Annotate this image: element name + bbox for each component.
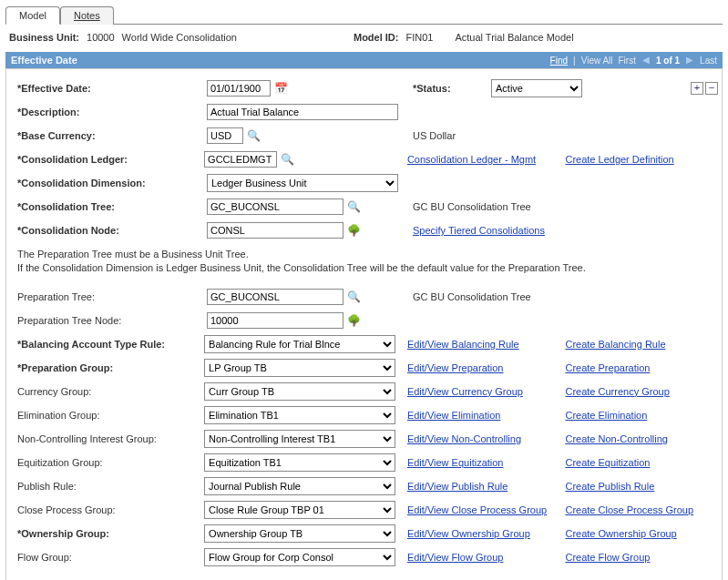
preparation-note: The Preparation Tree must be a Business … [10, 244, 718, 283]
description-label: *Description: [10, 107, 201, 117]
tab-model[interactable]: Model [5, 6, 60, 25]
consolidation-ledger-link[interactable]: Consolidation Ledger - Mgmt [407, 154, 536, 165]
currency-group-label: Currency Group: [10, 386, 199, 397]
last-label: Last [700, 56, 717, 66]
lookup-icon[interactable]: 🔍 [347, 200, 361, 213]
delete-row-button[interactable]: − [705, 82, 718, 95]
publish-rule-label: Publish Rule: [10, 481, 199, 492]
equitization-group-select[interactable]: Equitization TB1 [204, 453, 395, 472]
create-publish-rule-link[interactable]: Create Publish Rule [565, 481, 654, 492]
edit-preparation-link[interactable]: Edit/View Preparation [407, 362, 504, 373]
base-currency-label: *Base Currency: [10, 130, 201, 141]
preparation-tree-input[interactable] [207, 289, 343, 305]
header: Business Unit: 10000 World Wide Consolid… [9, 32, 719, 43]
section-title: Effective Date [11, 55, 77, 66]
create-ownership-group-link[interactable]: Create Ownership Group [565, 528, 676, 539]
create-balancing-rule-link[interactable]: Create Balancing Rule [565, 339, 665, 350]
lookup-icon[interactable]: 🔍 [281, 153, 294, 166]
consolidation-node-input[interactable] [207, 222, 343, 239]
nci-group-select[interactable]: Non-Controlling Interest TB1 [204, 430, 395, 448]
elimination-group-select[interactable]: Elimination TB1 [204, 406, 395, 424]
preparation-tree-node-label: Preparation Tree Node: [10, 315, 201, 326]
business-unit-value: 10000 [87, 32, 115, 43]
status-label: *Status: [413, 83, 486, 94]
preparation-group-label: *Preparation Group: [10, 362, 199, 373]
tree-icon[interactable]: 🌳 [347, 224, 361, 237]
create-preparation-link[interactable]: Create Preparation [565, 362, 650, 373]
business-unit-label: Business Unit: [9, 32, 79, 43]
balancing-rule-label: *Balancing Account Type Rule: [10, 339, 199, 350]
edit-flow-group-link[interactable]: Edit/View Flow Group [407, 552, 504, 563]
effective-date-label: *Effective Date: [10, 83, 201, 94]
model-id-value: FIN01 [405, 32, 433, 43]
balancing-rule-select[interactable]: Balancing Rule for Trial Blnce [204, 335, 395, 353]
section-header: Effective Date Find | View All First ◀ 1… [5, 52, 723, 68]
base-currency-input[interactable] [207, 127, 243, 144]
consolidation-tree-desc: GC BU Consolidation Tree [413, 201, 568, 212]
preparation-tree-desc: GC BU Consolidation Tree [413, 291, 568, 302]
preparation-group-select[interactable]: LP Group TB [204, 359, 395, 377]
prev-icon[interactable]: ◀ [641, 56, 651, 65]
edit-nci-link[interactable]: Edit/View Non-Controlling [407, 433, 521, 444]
consolidation-node-label: *Consolidation Node: [10, 225, 201, 236]
equitization-group-label: Equitization Group: [10, 457, 199, 468]
consolidation-tree-input[interactable] [207, 198, 343, 215]
edit-ownership-group-link[interactable]: Edit/View Ownership Group [407, 528, 530, 539]
elimination-group-label: Elimination Group: [10, 410, 199, 421]
preparation-tree-label: Preparation Tree: [10, 291, 201, 302]
edit-close-process-link[interactable]: Edit/View Close Process Group [407, 504, 547, 515]
edit-publish-rule-link[interactable]: Edit/View Publish Rule [407, 481, 508, 492]
ownership-group-select[interactable]: Ownership Group TB [204, 524, 395, 543]
tab-notes[interactable]: Notes [60, 6, 114, 25]
effective-date-input[interactable] [207, 80, 271, 97]
tree-icon[interactable]: 🌳 [347, 314, 361, 327]
preparation-tree-node-input[interactable] [207, 312, 343, 329]
find-link[interactable]: Find [550, 56, 568, 66]
next-icon[interactable]: ▶ [685, 56, 694, 65]
consolidation-dimension-select[interactable]: Ledger Business Unit [207, 174, 398, 192]
close-process-group-select[interactable]: Close Rule Group TBP 01 [204, 501, 395, 519]
model-id-label: Model ID: [354, 32, 399, 43]
flow-group-select[interactable]: Flow Group for Corp Consol [204, 548, 395, 566]
create-flow-group-link[interactable]: Create Flow Group [565, 552, 650, 563]
consolidation-dimension-label: *Consolidation Dimension: [10, 178, 201, 188]
close-process-group-label: Close Process Group: [10, 504, 199, 515]
base-currency-desc: US Dollar [413, 130, 568, 141]
first-label: First [619, 56, 636, 66]
lookup-icon[interactable]: 🔍 [247, 129, 261, 142]
create-nci-link[interactable]: Create Non-Controlling [565, 433, 668, 444]
add-row-button[interactable]: + [691, 82, 703, 95]
edit-currency-group-link[interactable]: Edit/View Currency Group [407, 386, 523, 397]
edit-balancing-rule-link[interactable]: Edit/View Balancing Rule [407, 339, 519, 350]
lookup-icon[interactable]: 🔍 [347, 290, 361, 303]
create-close-process-link[interactable]: Create Close Process Group [565, 504, 693, 515]
consolidation-ledger-input[interactable] [204, 151, 277, 168]
currency-group-select[interactable]: Curr Group TB [204, 382, 395, 401]
edit-equitization-link[interactable]: Edit/View Equitization [407, 457, 504, 468]
publish-rule-select[interactable]: Journal Publish Rule [204, 477, 395, 495]
create-elimination-link[interactable]: Create Elimination [565, 410, 647, 421]
model-id-desc: Actual Trial Balance Model [455, 32, 573, 43]
consolidation-ledger-label: *Consolidation Ledger: [10, 154, 199, 165]
consolidation-tree-label: *Consolidation Tree: [10, 201, 201, 212]
create-currency-group-link[interactable]: Create Currency Group [565, 386, 669, 397]
record-position: 1 of 1 [656, 56, 680, 66]
specify-tiered-link[interactable]: Specify Tiered Consolidations [413, 225, 545, 236]
create-ledger-definition-link[interactable]: Create Ledger Definition [565, 154, 673, 165]
form-area: *Effective Date: 📅 *Status: Active + − *… [5, 68, 723, 580]
create-equitization-link[interactable]: Create Equitization [565, 457, 650, 468]
ownership-group-label: *Ownership Group: [10, 528, 199, 539]
calendar-icon[interactable]: 📅 [274, 82, 288, 95]
description-input[interactable] [207, 104, 398, 120]
tab-strip: Model Notes [5, 5, 723, 25]
flow-group-label: Flow Group: [10, 552, 199, 563]
view-all-link[interactable]: View All [581, 56, 613, 66]
nci-group-label: Non-Controlling Interest Group: [10, 433, 199, 444]
status-select[interactable]: Active [491, 79, 582, 97]
business-unit-desc: World Wide Consolidation [122, 32, 237, 43]
edit-elimination-link[interactable]: Edit/View Elimination [407, 410, 501, 421]
